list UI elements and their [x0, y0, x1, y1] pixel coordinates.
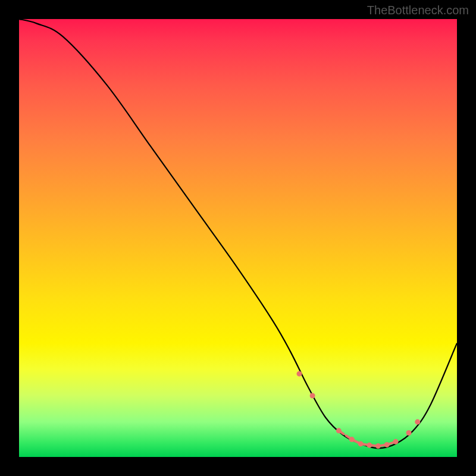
optimal-marker: [367, 443, 372, 448]
optimal-marker: [358, 441, 364, 446]
optimal-marker: [310, 393, 315, 398]
chart-plot-area: [19, 19, 457, 457]
watermark-text: TheBottleneck.com: [367, 4, 469, 17]
bottleneck-curve: [19, 19, 457, 448]
curve-layer: [19, 19, 457, 448]
optimal-marker: [336, 428, 342, 433]
optimal-marker: [375, 443, 381, 449]
optimal-marker: [406, 430, 412, 436]
chart-svg: [19, 19, 457, 457]
marker-layer: [297, 371, 421, 449]
optimal-marker: [393, 439, 398, 444]
optimal-marker: [349, 437, 355, 442]
optimal-marker: [384, 442, 390, 447]
optimal-marker: [415, 419, 420, 425]
optimal-marker: [297, 371, 302, 377]
